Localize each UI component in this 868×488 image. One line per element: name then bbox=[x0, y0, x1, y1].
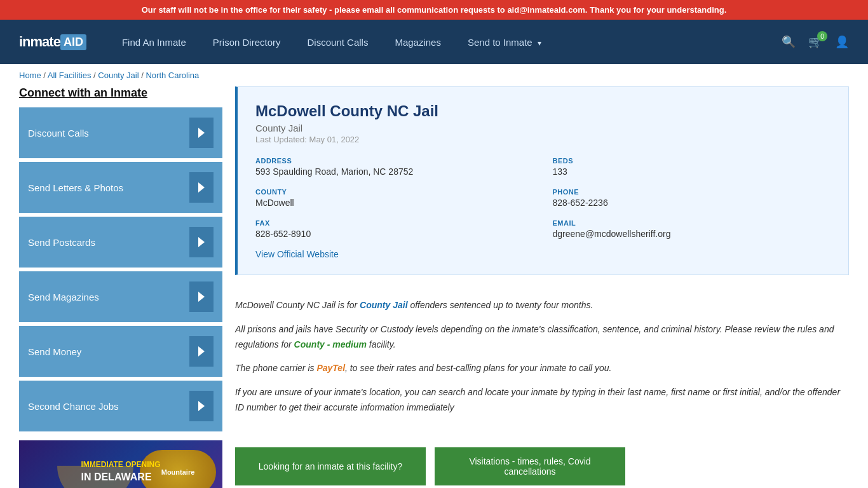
breadcrumb: Home / All Facilities / County Jail / No… bbox=[0, 64, 868, 86]
county-label: COUNTY bbox=[255, 188, 534, 196]
sidebar-arrow-second-chance bbox=[189, 391, 214, 421]
chevron-right-icon-3 bbox=[198, 237, 205, 247]
ad-text-immediate: IMMEDIATE OPENING bbox=[81, 459, 160, 470]
chevron-right-icon-6 bbox=[198, 401, 205, 411]
official-website-link[interactable]: View Official Website bbox=[255, 249, 339, 259]
desc-para4: If you are unsure of your inmate's locat… bbox=[235, 385, 849, 416]
beds-field: BEDS 133 bbox=[553, 157, 831, 177]
paytel-link[interactable]: PayTel bbox=[316, 363, 345, 373]
logo[interactable]: inmateAID bbox=[19, 34, 86, 50]
chevron-right-icon-2 bbox=[198, 182, 205, 193]
breadcrumb-home[interactable]: Home bbox=[19, 71, 41, 80]
nav-links: Find An Inmate Prison Directory Discount… bbox=[112, 22, 782, 63]
facility-card: McDowell County NC Jail County Jail Last… bbox=[235, 86, 849, 275]
sidebar-arrow-send-letters bbox=[189, 172, 214, 203]
facility-name: McDowell County NC Jail bbox=[255, 102, 831, 120]
navbar: inmateAID Find An Inmate Prison Director… bbox=[0, 20, 868, 64]
sidebar-btn-send-money[interactable]: Send Money bbox=[19, 326, 222, 377]
breadcrumb-county-jail[interactable]: County Jail bbox=[98, 71, 139, 80]
fax-field: FAX 828-652-8910 bbox=[255, 219, 534, 239]
looking-for-inmate-button[interactable]: Looking for an inmate at this facility? bbox=[235, 447, 426, 485]
sidebar-arrow-send-money bbox=[189, 336, 214, 367]
dropdown-arrow-icon: ▾ bbox=[538, 39, 541, 48]
address-value: 593 Spaulding Road, Marion, NC 28752 bbox=[255, 166, 534, 177]
nav-discount-calls[interactable]: Discount Calls bbox=[297, 22, 379, 63]
beds-label: BEDS bbox=[553, 157, 831, 165]
sidebar-ad[interactable]: IMMEDIATE OPENING IN DELAWARE Mountaire bbox=[19, 440, 222, 488]
county-value: McDowell bbox=[255, 198, 534, 208]
phone-value: 828-652-2236 bbox=[553, 198, 831, 208]
sidebar-btn-second-chance-jobs[interactable]: Second Chance Jobs bbox=[19, 381, 222, 431]
description: McDowell County NC Jail is for County Ja… bbox=[235, 288, 849, 435]
chevron-right-icon-5 bbox=[198, 346, 205, 356]
fax-value: 828-652-8910 bbox=[255, 229, 534, 239]
main-content: McDowell County NC Jail County Jail Last… bbox=[235, 86, 849, 488]
sidebar-arrow-send-postcards bbox=[189, 227, 214, 257]
email-value: dgreene@mcdowellsheriff.org bbox=[553, 229, 831, 239]
sidebar-btn-send-postcards[interactable]: Send Postcards bbox=[19, 217, 222, 268]
beds-value: 133 bbox=[553, 166, 831, 177]
action-buttons: Looking for an inmate at this facility? … bbox=[235, 447, 849, 485]
logo-aid-text: AID bbox=[60, 34, 86, 50]
email-label: EMAIL bbox=[553, 219, 831, 227]
navbar-icons: 🔍 🛒 0 👤 bbox=[782, 35, 849, 49]
county-field: COUNTY McDowell bbox=[255, 188, 534, 208]
address-field: ADDRESS 593 Spaulding Road, Marion, NC 2… bbox=[255, 157, 534, 177]
sidebar-btn-discount-calls[interactable]: Discount Calls bbox=[19, 107, 222, 158]
breadcrumb-all-facilities[interactable]: All Facilities bbox=[48, 71, 92, 80]
chevron-right-icon bbox=[198, 128, 205, 138]
phone-label: PHONE bbox=[553, 188, 831, 196]
alert-bar: Our staff will not be in the office for … bbox=[0, 0, 868, 20]
user-icon[interactable]: 👤 bbox=[835, 35, 849, 49]
search-icon[interactable]: 🔍 bbox=[782, 35, 796, 49]
county-medium-link[interactable]: County - medium bbox=[294, 339, 367, 349]
fax-label: FAX bbox=[255, 219, 534, 227]
county-jail-link[interactable]: County Jail bbox=[360, 300, 407, 310]
desc-para2: All prisons and jails have Security or C… bbox=[235, 322, 849, 353]
sidebar-btn-send-magazines[interactable]: Send Magazines bbox=[19, 271, 222, 322]
desc-para1: McDowell County NC Jail is for County Ja… bbox=[235, 298, 849, 313]
nav-send-to-inmate[interactable]: Send to Inmate ▾ bbox=[458, 22, 552, 63]
sidebar: Connect with an Inmate Discount Calls Se… bbox=[19, 86, 222, 488]
nav-magazines[interactable]: Magazines bbox=[384, 22, 451, 63]
cart-icon[interactable]: 🛒 0 bbox=[808, 35, 822, 49]
chevron-right-icon-4 bbox=[198, 292, 205, 302]
ad-text-left: IMMEDIATE OPENING IN DELAWARE bbox=[74, 453, 166, 488]
nav-prison-directory[interactable]: Prison Directory bbox=[203, 22, 291, 63]
facility-info-grid: ADDRESS 593 Spaulding Road, Marion, NC 2… bbox=[255, 157, 831, 239]
cart-badge: 0 bbox=[817, 31, 827, 41]
facility-type: County Jail bbox=[255, 123, 831, 133]
email-field: EMAIL dgreene@mcdowellsheriff.org bbox=[553, 219, 831, 239]
sidebar-arrow-send-magazines bbox=[189, 281, 214, 312]
facility-updated: Last Updated: May 01, 2022 bbox=[255, 135, 831, 144]
sidebar-title: Connect with an Inmate bbox=[19, 86, 222, 100]
ad-text-delaware: IN DELAWARE bbox=[81, 470, 160, 484]
main-layout: Connect with an Inmate Discount Calls Se… bbox=[0, 86, 868, 488]
desc-para3: The phone carrier is PayTel, to see thei… bbox=[235, 361, 849, 376]
sidebar-btn-send-letters[interactable]: Send Letters & Photos bbox=[19, 162, 222, 213]
sidebar-arrow-discount-calls bbox=[189, 118, 214, 148]
phone-field: PHONE 828-652-2236 bbox=[553, 188, 831, 208]
visitations-button[interactable]: Visitations - times, rules, Covid cancel… bbox=[435, 447, 625, 485]
address-label: ADDRESS bbox=[255, 157, 534, 165]
nav-find-inmate[interactable]: Find An Inmate bbox=[112, 22, 196, 63]
breadcrumb-north-carolina[interactable]: North Carolina bbox=[146, 71, 199, 80]
